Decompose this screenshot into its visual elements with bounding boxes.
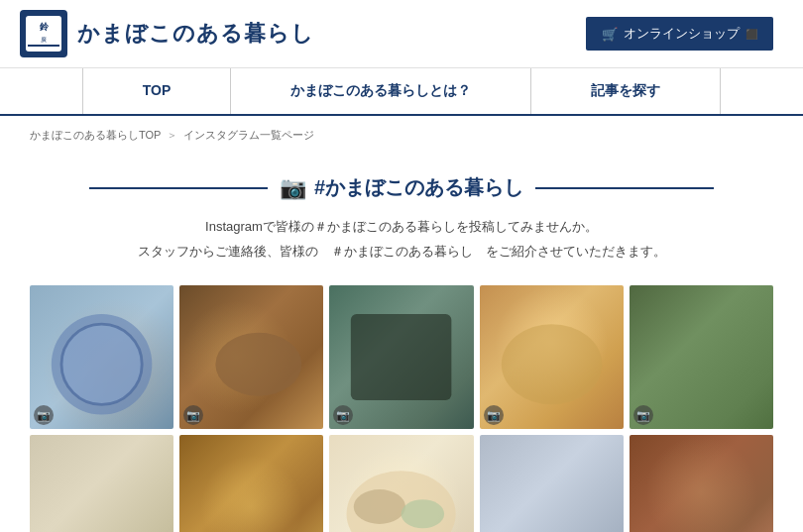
svg-text:鈴: 鈴 (39, 22, 50, 32)
instagram-grid: 📷📷📷📷📷📷📷📷📷📷 (30, 285, 773, 532)
logo-area: 鈴 廣 かまぼこのある暮らし (20, 10, 314, 57)
nav-articles[interactable]: 記事を探す (531, 68, 721, 114)
title-line-right (535, 187, 714, 189)
svg-point-6 (61, 325, 142, 405)
instagram-cell-9[interactable]: 📷 (480, 435, 624, 532)
hashtag-text: #かまぼこのある暮らし (314, 174, 523, 201)
breadcrumb: かまぼこのある暮らしTOP ＞ インスタグラム一覧ページ (0, 116, 803, 155)
section-title: 📷 #かまぼこのある暮らし (280, 174, 523, 201)
header: 鈴 廣 かまぼこのある暮らし 🛒 オンラインショップ ⬛ (0, 0, 803, 68)
svg-point-11 (354, 489, 405, 524)
instagram-cell-2[interactable]: 📷 (179, 285, 323, 429)
instagram-cell-6[interactable]: 📷 (30, 435, 173, 532)
nav-about[interactable]: かまぼこのある暮らしとは？ (231, 68, 531, 114)
title-line-left (89, 187, 268, 189)
online-shop-button[interactable]: 🛒 オンラインショップ ⬛ (586, 17, 773, 51)
breadcrumb-sep: ＞ (167, 128, 177, 143)
instagram-icon: 📷 (280, 175, 306, 201)
svg-text:廣: 廣 (41, 36, 47, 43)
logo-icon: 鈴 廣 (20, 10, 67, 57)
desc-line1: Instagramで皆様の＃かまぼこのある暮らしを投稿してみませんか。 (30, 215, 773, 240)
section-title-area: 📷 #かまぼこのある暮らし (30, 174, 773, 201)
breadcrumb-current: インスタグラム一覧ページ (183, 128, 314, 143)
svg-point-12 (402, 500, 445, 529)
breadcrumb-home[interactable]: かまぼこのある暮らしTOP (30, 128, 161, 143)
svg-rect-4 (28, 45, 59, 47)
instagram-cell-7[interactable]: 📷 (179, 435, 323, 532)
main-content: 📷 #かまぼこのある暮らし Instagramで皆様の＃かまぼこのある暮らしを投… (0, 174, 803, 532)
instagram-cell-5[interactable]: 📷 (630, 285, 773, 429)
instagram-cell-3[interactable]: 📷 (329, 285, 473, 429)
instagram-cell-4[interactable]: 📷 (480, 285, 624, 429)
cart-icon: 🛒 (602, 27, 618, 42)
instagram-cell-8[interactable]: 📷 (329, 435, 473, 532)
instagram-cell-10[interactable]: 📷 (630, 435, 773, 532)
svg-point-9 (501, 325, 602, 405)
desc-line2: スタッフからご連絡後、皆様の ＃かまぼこのある暮らし をご紹介させていただきます… (30, 240, 773, 265)
instagram-cell-1[interactable]: 📷 (30, 285, 173, 429)
external-icon: ⬛ (746, 29, 757, 40)
logo-text: かまぼこのある暮らし (77, 19, 314, 49)
section-description: Instagramで皆様の＃かまぼこのある暮らしを投稿してみませんか。 スタッフ… (30, 215, 773, 264)
main-nav: TOP かまぼこのある暮らしとは？ 記事を探す (0, 68, 803, 116)
svg-rect-8 (351, 314, 452, 400)
svg-point-7 (216, 333, 302, 396)
instagram-badge-4: 📷 (484, 405, 504, 425)
nav-top[interactable]: TOP (82, 68, 232, 114)
